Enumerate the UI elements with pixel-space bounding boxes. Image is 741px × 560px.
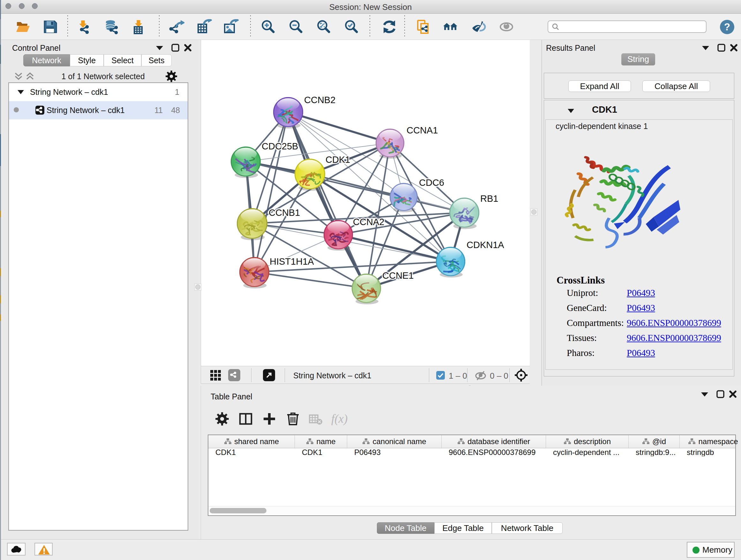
svg-text:HIST1H1A: HIST1H1A — [270, 256, 314, 266]
svg-text:CCNE1: CCNE1 — [382, 270, 414, 281]
svg-text:CCNA2: CCNA2 — [353, 217, 384, 227]
svg-text:RB1: RB1 — [480, 193, 498, 204]
svg-text:CDC6: CDC6 — [419, 178, 444, 188]
svg-text:CCNB2: CCNB2 — [304, 95, 335, 105]
svg-text:CDK1: CDK1 — [326, 154, 350, 165]
svg-text:CDKN1A: CDKN1A — [467, 240, 504, 250]
svg-text:CDC25B: CDC25B — [262, 141, 298, 151]
svg-text:CCNA1: CCNA1 — [407, 125, 438, 135]
svg-text:CCNB1: CCNB1 — [269, 207, 300, 218]
